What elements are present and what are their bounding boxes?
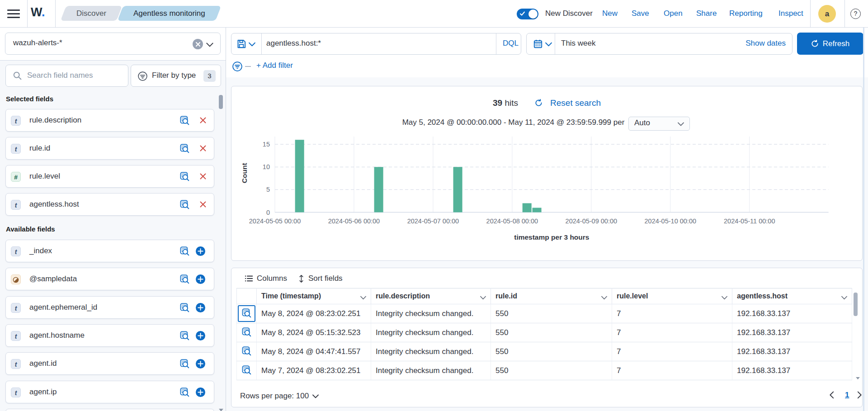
field-details-icon[interactable] xyxy=(180,387,189,399)
inspect-document-icon[interactable] xyxy=(242,365,251,375)
field-card-partial[interactable] xyxy=(5,409,214,411)
inspect-document-icon[interactable] xyxy=(242,308,251,318)
remove-field-button[interactable] xyxy=(199,117,207,126)
add-field-button[interactable] xyxy=(196,331,205,342)
menu-hamburger-icon[interactable] xyxy=(7,7,20,20)
field-card-rule.level[interactable]: # rule.level xyxy=(5,165,214,188)
column-chevron-icon[interactable] xyxy=(722,296,727,300)
expand-document-cell[interactable] xyxy=(237,342,257,361)
columns-button[interactable]: Columns xyxy=(245,274,287,283)
add-field-button[interactable] xyxy=(196,274,205,286)
field-card-agent.id[interactable]: t agent.id xyxy=(5,352,214,375)
table-header-4[interactable]: agentless.host xyxy=(732,288,852,304)
field-card-agentless.host[interactable]: t agentless.host xyxy=(5,193,214,216)
histogram-chart[interactable]: 0510152024-05-05 00:002024-05-06 00:0020… xyxy=(231,134,862,245)
column-chevron-icon[interactable] xyxy=(360,296,366,300)
remove-field-button[interactable] xyxy=(199,201,207,210)
field-search-input[interactable]: Search field names xyxy=(5,65,128,87)
user-avatar[interactable]: a xyxy=(818,5,836,23)
table-cell[interactable]: Integrity checksum changed. xyxy=(371,323,491,342)
sort-fields-button[interactable]: Sort fields xyxy=(298,274,343,283)
table-cell[interactable]: 192.168.33.137 xyxy=(732,323,852,342)
field-card-agent.hostname[interactable]: t agent.hostname xyxy=(5,324,214,347)
reset-search-icon[interactable] xyxy=(535,99,542,107)
table-cell[interactable]: 7 xyxy=(612,304,732,323)
timerange-value[interactable]: This week xyxy=(561,39,596,48)
menu-save[interactable]: Save xyxy=(632,9,649,18)
expand-document-cell[interactable] xyxy=(237,304,257,323)
table-cell[interactable]: May 8, 2024 @ 04:47:41.557 xyxy=(257,342,371,361)
menu-reporting[interactable]: Reporting xyxy=(729,9,763,18)
column-chevron-icon[interactable] xyxy=(601,296,607,300)
date-picker-chevron-icon[interactable] xyxy=(545,42,552,47)
field-card-@sampledata[interactable]: @sampledata xyxy=(5,268,214,290)
field-card-rule.description[interactable]: t rule.description xyxy=(5,109,214,132)
column-chevron-icon[interactable] xyxy=(841,296,847,300)
table-cell[interactable]: Integrity checksum changed. xyxy=(371,342,491,361)
pagination-page-1[interactable]: 1 xyxy=(845,391,849,400)
table-cell[interactable]: May 8, 2024 @ 05:15:32.523 xyxy=(257,323,371,342)
save-query-chevron-icon[interactable] xyxy=(249,42,255,47)
pagination-next-icon[interactable] xyxy=(857,391,862,399)
table-cell[interactable]: May 8, 2024 @ 08:23:02.251 xyxy=(257,304,371,323)
rows-per-page-select[interactable]: Rows per page: 100 xyxy=(240,392,319,401)
field-details-icon[interactable] xyxy=(180,274,189,286)
table-header-1[interactable]: rule.description xyxy=(371,288,491,304)
table-cell[interactable]: 550 xyxy=(491,361,612,380)
expand-document-cell[interactable] xyxy=(237,361,257,380)
help-icon[interactable]: ? xyxy=(850,9,861,19)
field-details-icon[interactable] xyxy=(180,303,189,314)
tab-discover[interactable]: Discover xyxy=(61,6,123,21)
new-discover-toggle[interactable] xyxy=(517,9,538,19)
table-cell[interactable]: 7 xyxy=(612,323,732,342)
add-field-button[interactable] xyxy=(196,303,205,314)
expand-document-cell[interactable] xyxy=(237,323,257,342)
tab-agentless-monitoring[interactable]: Agentless monitoring xyxy=(118,6,221,21)
field-details-icon[interactable] xyxy=(180,172,189,183)
sidebar-scroll-down-arrow[interactable] xyxy=(218,406,224,411)
field-card-rule.id[interactable]: t rule.id xyxy=(5,137,214,160)
interval-select[interactable]: Auto xyxy=(628,117,690,131)
field-card-agent.ip[interactable]: t agent.ip xyxy=(5,381,214,403)
remove-field-button[interactable] xyxy=(199,173,207,182)
query-input[interactable]: agentless.host:* xyxy=(266,39,321,48)
table-scroll-down-arrow[interactable] xyxy=(855,373,860,382)
table-cell[interactable]: 550 xyxy=(491,304,612,323)
menu-inspect[interactable]: Inspect xyxy=(778,9,803,18)
menu-new[interactable]: New xyxy=(602,9,618,18)
table-header-2[interactable]: rule.id xyxy=(491,288,612,304)
field-details-icon[interactable] xyxy=(180,246,189,258)
filter-by-type-button[interactable]: Filter by type 3 xyxy=(131,65,221,87)
inspect-document-icon[interactable] xyxy=(242,327,251,337)
table-scrollbar-thumb[interactable] xyxy=(854,293,858,316)
remove-field-button[interactable] xyxy=(199,145,207,154)
add-field-button[interactable] xyxy=(196,387,205,399)
table-cell[interactable]: Integrity checksum changed. xyxy=(371,304,491,323)
add-field-button[interactable] xyxy=(196,246,205,258)
table-header-3[interactable]: rule.level xyxy=(612,288,732,304)
field-card-_index[interactable]: t _index xyxy=(5,240,214,262)
sidebar-scrollbar-thumb[interactable] xyxy=(219,95,223,109)
page-scrollbar[interactable] xyxy=(863,28,864,411)
table-cell[interactable]: May 7, 2024 @ 08:23:02.251 xyxy=(257,361,371,380)
table-header-0[interactable]: Time (timestamp) xyxy=(257,288,371,304)
index-pattern-select[interactable]: wazuh-alerts-* xyxy=(5,33,221,55)
table-cell[interactable]: Integrity checksum changed. xyxy=(371,361,491,380)
show-dates-button[interactable]: Show dates xyxy=(745,39,786,48)
index-pattern-clear-icon[interactable] xyxy=(193,39,203,49)
field-details-icon[interactable] xyxy=(180,200,189,211)
table-cell[interactable]: 192.168.33.137 xyxy=(732,304,852,323)
table-cell[interactable]: 550 xyxy=(491,342,612,361)
calendar-icon[interactable] xyxy=(533,39,542,48)
save-query-icon[interactable] xyxy=(237,39,246,48)
field-details-icon[interactable] xyxy=(180,144,189,155)
add-field-button[interactable] xyxy=(196,359,205,370)
field-card-agent.ephemeral_id[interactable]: t agent.ephemeral_id xyxy=(5,296,214,319)
table-cell[interactable]: 7 xyxy=(612,361,732,380)
reset-search-button[interactable]: Reset search xyxy=(550,98,601,108)
field-details-icon[interactable] xyxy=(180,331,189,342)
field-details-icon[interactable] xyxy=(180,116,189,127)
add-filter-button[interactable]: + Add filter xyxy=(256,61,293,70)
table-cell[interactable]: 192.168.33.137 xyxy=(732,361,852,380)
menu-share[interactable]: Share xyxy=(696,9,717,18)
